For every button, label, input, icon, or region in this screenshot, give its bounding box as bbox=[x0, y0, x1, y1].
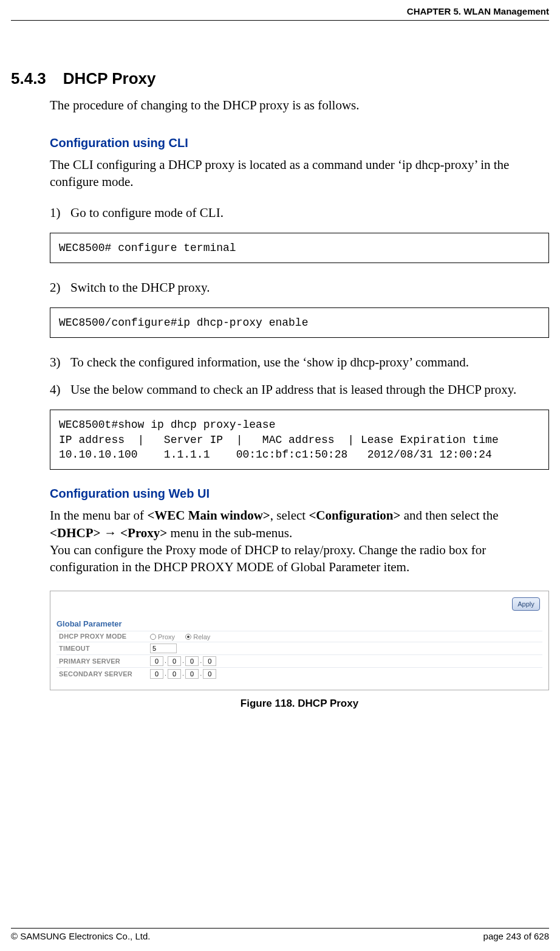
secondary-octet-1[interactable]: 0 bbox=[150, 669, 163, 679]
step-4: 4) Use the below command to check an IP … bbox=[50, 382, 549, 397]
radio-relay-label: Relay bbox=[193, 633, 210, 640]
cli-description: The CLI configuring a DHCP proxy is loca… bbox=[50, 156, 549, 191]
global-parameter-title: Global Parameter bbox=[56, 619, 542, 628]
secondary-octet-2[interactable]: 0 bbox=[168, 669, 181, 679]
row-secondary-server: SECONDARY SERVER 0.0.0.0 bbox=[56, 667, 542, 680]
dot: . bbox=[181, 657, 185, 664]
txt: In the menu bar of bbox=[50, 508, 147, 523]
row-timeout: TIMEOUT 5 bbox=[56, 642, 542, 654]
secondary-octet-4[interactable]: 0 bbox=[203, 669, 216, 679]
txt: , select bbox=[270, 508, 309, 523]
webui-heading: Configuration using Web UI bbox=[50, 487, 549, 501]
label-proxy-mode: DHCP PROXY MODE bbox=[56, 631, 148, 642]
primary-octet-2[interactable]: 0 bbox=[168, 656, 181, 666]
code-block-2: WEC8500/configure#ip dhcp-proxy enable bbox=[50, 307, 549, 338]
apply-button[interactable]: Apply bbox=[512, 597, 540, 611]
step-4-num: 4) bbox=[50, 382, 70, 397]
arrow-icon: → bbox=[100, 526, 120, 540]
dot: . bbox=[163, 670, 168, 677]
timeout-input[interactable]: 5 bbox=[150, 644, 177, 653]
txt: You can configure the Proxy mode of DHCP… bbox=[50, 543, 486, 574]
row-proxy-mode: DHCP PROXY MODE Proxy Relay bbox=[56, 631, 542, 642]
step-4-text: Use the below command to check an IP add… bbox=[70, 382, 516, 397]
figure-caption: Figure 118. DHCP Proxy bbox=[50, 698, 549, 710]
label-primary: PRIMARY SERVER bbox=[56, 654, 148, 667]
cli-heading: Configuration using CLI bbox=[50, 136, 549, 150]
radio-proxy-label: Proxy bbox=[158, 633, 175, 640]
label-secondary: SECONDARY SERVER bbox=[56, 667, 148, 680]
section-number: 5.4.3 bbox=[11, 69, 46, 88]
txt: <WEC Main window> bbox=[147, 508, 270, 523]
webui-paragraph: In the menu bar of <WEC Main window>, se… bbox=[50, 507, 549, 575]
step-3-text: To check the configured information, use… bbox=[70, 355, 469, 370]
step-2-num: 2) bbox=[50, 280, 70, 295]
txt: <Proxy> bbox=[120, 526, 167, 540]
code-block-3: WEC8500t#show ip dhcp proxy-lease IP add… bbox=[50, 410, 549, 470]
dot: . bbox=[199, 670, 203, 677]
page-header: CHAPTER 5. WLAN Management bbox=[11, 6, 549, 21]
dot: . bbox=[199, 657, 203, 664]
global-parameter-table: DHCP PROXY MODE Proxy Relay TIMEOUT 5 PR… bbox=[56, 631, 542, 680]
row-primary-server: PRIMARY SERVER 0.0.0.0 bbox=[56, 654, 542, 667]
primary-octet-3[interactable]: 0 bbox=[185, 656, 199, 666]
section-heading: 5.4.3DHCP Proxy bbox=[11, 69, 549, 88]
dot: . bbox=[181, 670, 185, 677]
step-3: 3) To check the configured information, … bbox=[50, 355, 549, 370]
step-1-text: Go to configure mode of CLI. bbox=[70, 205, 224, 221]
secondary-octet-3[interactable]: 0 bbox=[185, 669, 199, 679]
radio-proxy[interactable] bbox=[150, 634, 156, 640]
label-timeout: TIMEOUT bbox=[56, 642, 148, 654]
section-intro: The procedure of changing to the DHCP pr… bbox=[50, 98, 549, 113]
code-block-1: WEC8500# configure terminal bbox=[50, 233, 549, 263]
step-2: 2) Switch to the DHCP proxy. bbox=[50, 280, 549, 295]
section-title: DHCP Proxy bbox=[63, 69, 156, 88]
footer-page-number: page 243 of 628 bbox=[483, 931, 549, 941]
figure-screenshot: Apply Global Parameter DHCP PROXY MODE P… bbox=[50, 591, 549, 690]
txt: <Configuration> bbox=[309, 508, 400, 523]
txt: menu in the sub-menus. bbox=[167, 526, 292, 540]
step-1: 1) Go to configure mode of CLI. bbox=[50, 205, 549, 221]
txt: and then select the bbox=[401, 508, 499, 523]
footer-copyright: © SAMSUNG Electronics Co., Ltd. bbox=[11, 931, 150, 941]
page-footer: © SAMSUNG Electronics Co., Ltd. page 243… bbox=[11, 928, 549, 941]
radio-relay[interactable] bbox=[185, 634, 191, 640]
step-1-num: 1) bbox=[50, 205, 70, 221]
step-2-text: Switch to the DHCP proxy. bbox=[70, 280, 210, 295]
txt: <DHCP> bbox=[50, 526, 100, 540]
primary-octet-4[interactable]: 0 bbox=[203, 656, 216, 666]
dot: . bbox=[163, 657, 168, 664]
primary-octet-1[interactable]: 0 bbox=[150, 656, 163, 666]
step-3-num: 3) bbox=[50, 355, 70, 370]
